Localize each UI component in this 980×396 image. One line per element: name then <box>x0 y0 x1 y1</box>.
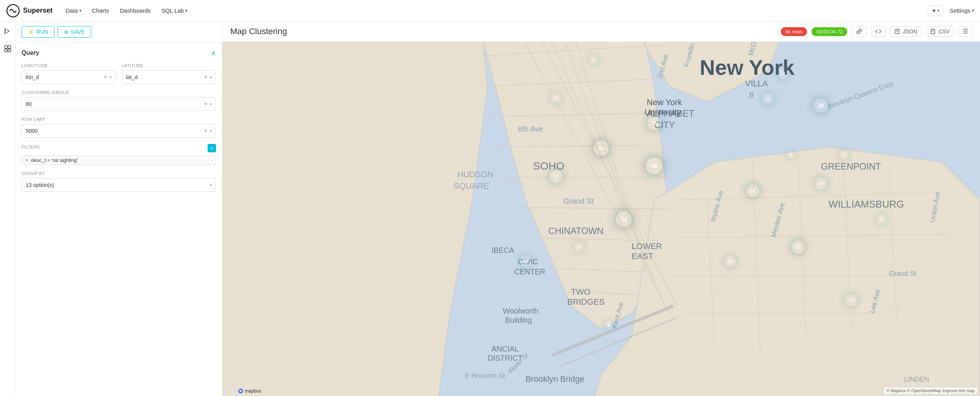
nav-sqllab[interactable]: SQL Lab ▾ <box>161 6 188 15</box>
cluster-dot[interactable]: 22 <box>792 241 805 254</box>
add-button[interactable]: + ▾ <box>928 5 943 16</box>
cluster-dot[interactable]: 13 <box>724 256 736 267</box>
grid-view-icon[interactable] <box>3 44 13 55</box>
nav-dashboards[interactable]: Dashboards <box>119 6 152 15</box>
cluster-dot[interactable]: 26 <box>813 98 828 113</box>
filters-group: FILTERS + ✕ desc_t = 'rat sighting' › <box>21 144 216 165</box>
more-options-button[interactable]: ☰ <box>959 26 972 37</box>
map-area: Map Clustering 5k rows 00:00:04.72 <box>223 21 980 396</box>
clustering-radius-actions: ✕ ▾ <box>204 101 212 107</box>
add-filter-button[interactable]: + <box>208 144 216 152</box>
nav-data[interactable]: Data ▾ <box>65 6 82 15</box>
map-container[interactable]: HUDSON SQUARE VILLA 8 SOHO 6th Ave Grand… <box>223 42 980 396</box>
csv-document-icon <box>930 29 935 34</box>
logo[interactable]: Superset <box>6 4 53 18</box>
cluster-dot[interactable]: 11 <box>777 68 789 79</box>
svg-point-90 <box>239 389 240 390</box>
mapbox-label: mapbox <box>245 388 261 394</box>
longitude-select[interactable]: lon_d ✕ ▾ <box>21 70 116 84</box>
code-button[interactable] <box>871 26 886 37</box>
row-limit-clear-icon[interactable]: ✕ <box>204 128 208 134</box>
cluster-dot[interactable]: 31 <box>594 140 609 156</box>
collapse-button[interactable]: ∧ <box>211 49 216 57</box>
add-icon: + <box>932 7 935 14</box>
collapse-panel-icon[interactable] <box>3 26 13 38</box>
clustering-radius-group: CLUSTERING RADIUS 80 ✕ ▾ <box>21 90 216 111</box>
row-limit-select[interactable]: 5000 ✕ ▾ <box>21 124 216 138</box>
svg-rect-5 <box>8 49 11 52</box>
grid-icon <box>4 45 11 52</box>
settings-button[interactable]: Settings ▾ <box>950 7 974 14</box>
map-title: Map Clustering <box>230 26 776 36</box>
nav-charts[interactable]: Charts <box>91 6 110 15</box>
superset-logo-icon <box>6 4 20 18</box>
latitude-value: lat_d <box>126 74 138 80</box>
document-icon <box>894 29 900 34</box>
svg-rect-4 <box>5 49 7 52</box>
cluster-dot[interactable]: 22 <box>549 170 563 183</box>
filter-expand-icon[interactable]: › <box>211 158 213 163</box>
query-section: Query ∧ LONGITUDE lon_d ✕ ▾ LATITUD <box>15 43 222 204</box>
cluster-dot[interactable]: 5 <box>589 55 598 64</box>
cluster-dot[interactable]: 17 <box>845 294 857 307</box>
run-label: RUN <box>36 29 48 35</box>
nav-right: + ▾ Settings ▾ <box>928 5 974 16</box>
nav-sqllab-chevron: ▾ <box>185 8 187 13</box>
mapbox-logo: mapbox <box>238 388 261 394</box>
time-badge: 00:00:04.72 <box>812 27 847 36</box>
group-by-actions: ▾ <box>210 183 212 187</box>
cluster-dot[interactable]: 38 <box>646 157 663 174</box>
json-label: .JSON <box>901 28 917 35</box>
longitude-clear-icon[interactable]: ✕ <box>104 74 107 80</box>
cluster-dot[interactable]: 8 <box>876 214 886 224</box>
main-layout: ⚡ RUN ⊕ SAVE Query ∧ LONGITUDE lon_d <box>0 21 980 396</box>
cluster-dot[interactable]: 10 <box>551 93 561 104</box>
cluster-dot[interactable]: 22 <box>746 184 759 197</box>
nav-data-label: Data <box>66 7 78 14</box>
cluster-dot[interactable]: 5 <box>839 150 848 160</box>
group-by-caret-icon: ▾ <box>210 183 212 187</box>
row-limit-caret-icon: ▾ <box>210 129 212 133</box>
query-toolbar: ⚡ RUN ⊕ SAVE <box>15 21 222 43</box>
latitude-actions: ✕ ▾ <box>204 74 212 80</box>
cluster-dot[interactable]: 16 <box>815 177 827 190</box>
cluster-dot[interactable]: 21 <box>647 116 661 130</box>
filter-tag: ✕ desc_t = 'rat sighting' › <box>21 155 216 165</box>
lon-lat-row: LONGITUDE lon_d ✕ ▾ LATITUDE lat_d <box>21 63 216 84</box>
latitude-select[interactable]: lat_d ✕ ▾ <box>122 70 216 84</box>
clustering-radius-value: 80 <box>26 101 32 107</box>
clustering-radius-caret-icon: ▾ <box>210 102 212 106</box>
cluster-dot[interactable]: 11 <box>762 93 774 104</box>
settings-label: Settings <box>950 7 970 14</box>
cluster-dot[interactable]: 4 <box>787 151 795 159</box>
link-button[interactable] <box>852 26 866 37</box>
nav-charts-label: Charts <box>92 7 109 14</box>
add-chevron: ▾ <box>937 8 939 13</box>
latitude-clear-icon[interactable]: ✕ <box>204 74 208 80</box>
filter-text: desc_t = 'rat sighting' <box>31 157 209 163</box>
csv-label: .CSV <box>937 28 950 35</box>
code-icon <box>875 28 881 35</box>
svg-rect-3 <box>8 46 11 48</box>
svg-point-89 <box>240 390 242 392</box>
filter-remove-icon[interactable]: ✕ <box>25 158 29 163</box>
run-button[interactable]: ⚡ RUN <box>21 26 54 38</box>
svg-rect-1 <box>5 28 6 34</box>
cluster-dot[interactable]: 18 <box>520 255 532 267</box>
json-button[interactable]: .JSON <box>890 26 921 37</box>
save-button[interactable]: ⊕ SAVE <box>58 26 91 38</box>
clustering-radius-clear-icon[interactable]: ✕ <box>204 101 208 107</box>
arrow-right-icon <box>4 28 11 35</box>
filters-header: FILTERS + <box>21 144 216 152</box>
clustering-radius-select[interactable]: 80 ✕ ▾ <box>21 97 216 111</box>
cluster-dot[interactable]: 34 <box>616 211 632 227</box>
rows-badge: 5k rows <box>781 27 807 36</box>
query-panel: ⚡ RUN ⊕ SAVE Query ∧ LONGITUDE lon_d <box>15 21 223 396</box>
save-label: SAVE <box>71 29 84 35</box>
longitude-caret-icon: ▾ <box>110 75 112 79</box>
csv-button[interactable]: .CSV <box>926 26 954 37</box>
logo-text: Superset <box>23 7 53 15</box>
cluster-dot[interactable]: 6 <box>604 320 614 330</box>
cluster-dot[interactable]: 9 <box>574 242 584 252</box>
group-by-select[interactable]: 13 option(s) ▾ <box>21 178 216 192</box>
